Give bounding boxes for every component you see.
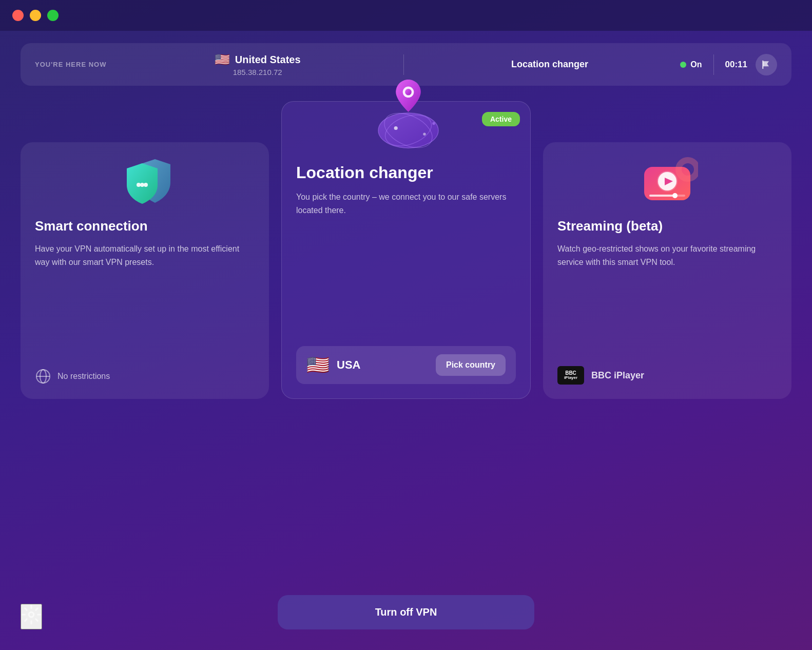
active-badge: Active <box>482 112 520 126</box>
streaming-card-title: Streaming (beta) <box>557 218 777 234</box>
session-timer: 00:11 <box>725 60 747 70</box>
settings-button[interactable] <box>21 604 42 629</box>
svg-point-21 <box>672 193 678 198</box>
location-changer-card[interactable]: Active <box>281 101 531 399</box>
smart-icon-area <box>35 157 255 208</box>
minimize-button[interactable] <box>30 10 41 21</box>
maximize-button[interactable] <box>47 10 59 21</box>
on-indicator <box>680 62 686 68</box>
streaming-icon <box>636 157 698 208</box>
streaming-card[interactable]: Streaming (beta) Watch geo-restricted sh… <box>543 142 791 399</box>
vpn-status: On <box>680 60 702 69</box>
svg-point-10 <box>394 126 398 130</box>
you-are-here-label: YOU'RE HERE NOW <box>35 61 106 68</box>
country-name: United States <box>235 54 301 66</box>
flag-icon <box>761 60 771 70</box>
svg-point-1 <box>140 183 144 187</box>
bottom-bar: Turn off VPN <box>21 595 791 629</box>
smart-card-title: Smart connection <box>35 218 255 234</box>
country-selector[interactable]: 🇺🇸 USA Pick country <box>296 346 516 384</box>
active-feature-label: Location changer <box>419 59 680 70</box>
close-button[interactable] <box>12 10 24 21</box>
gear-icon <box>22 605 41 624</box>
svg-point-23 <box>29 612 34 617</box>
svg-point-2 <box>144 183 148 187</box>
bbc-badge: BBC iPlayer BBC iPlayer <box>557 366 644 385</box>
turn-off-vpn-button[interactable]: Turn off VPN <box>278 595 534 629</box>
svg-point-11 <box>423 133 426 136</box>
smart-card-desc: Have your VPN automatically set up in th… <box>35 242 255 353</box>
on-label: On <box>690 60 702 69</box>
svg-point-14 <box>405 89 412 95</box>
location-changer-icon <box>360 66 452 158</box>
selected-country-name: USA <box>337 358 360 372</box>
location-icon-area <box>296 71 516 153</box>
no-restrictions-label: No restrictions <box>57 372 110 381</box>
country-display: 🇺🇸 United States <box>215 52 301 67</box>
iplayer-text: iPlayer <box>564 376 577 380</box>
cards-area: Smart connection Have your VPN automatic… <box>21 101 791 399</box>
streaming-card-desc: Watch geo-restricted shows on your favor… <box>557 242 777 351</box>
flag-button[interactable] <box>756 54 777 75</box>
selected-country: 🇺🇸 USA <box>306 354 360 376</box>
streaming-icon-area <box>557 157 777 208</box>
location-card-desc: You pick the country – we connect you to… <box>296 190 516 336</box>
pick-country-button[interactable]: Pick country <box>436 354 506 376</box>
selected-country-flag: 🇺🇸 <box>306 354 330 376</box>
status-right-group: On 00:11 <box>680 54 777 75</box>
svg-point-12 <box>432 122 435 125</box>
country-flag: 🇺🇸 <box>215 52 230 67</box>
smart-card-footer: No restrictions <box>35 368 255 385</box>
titlebar <box>0 0 812 31</box>
smart-connection-icon <box>109 154 181 211</box>
service-name-label: BBC iPlayer <box>591 370 644 381</box>
ip-address: 185.38.210.72 <box>233 68 282 77</box>
globe-icon <box>35 368 51 385</box>
svg-point-0 <box>137 183 141 187</box>
svg-rect-20 <box>649 195 675 197</box>
bbc-logo: BBC iPlayer <box>557 366 584 385</box>
streaming-card-footer: BBC iPlayer BBC iPlayer <box>557 366 777 385</box>
location-card-title: Location changer <box>296 163 516 182</box>
divider2 <box>713 54 714 75</box>
smart-connection-card[interactable]: Smart connection Have your VPN automatic… <box>21 142 269 399</box>
